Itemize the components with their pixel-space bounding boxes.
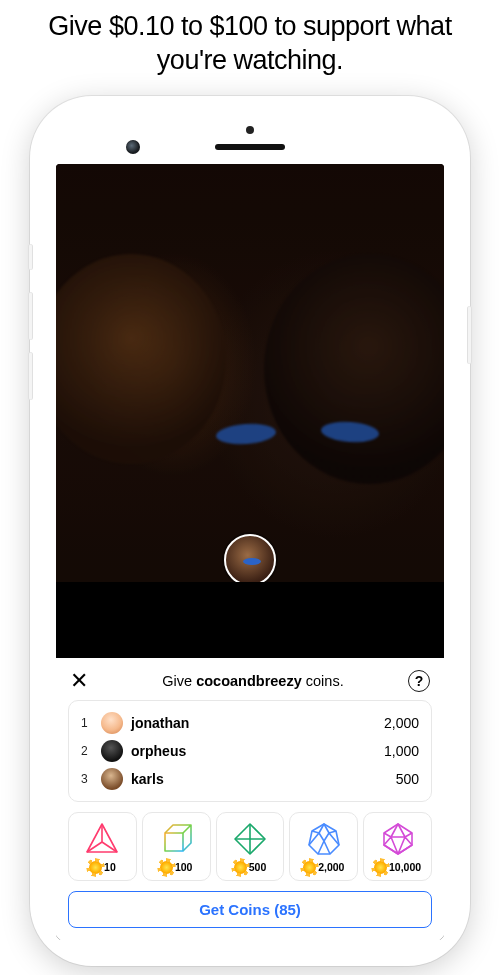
avatar [101,768,123,790]
coin-option-500[interactable]: 500 [216,812,285,881]
panel-title-suffix: coins. [302,673,344,689]
coin-option-2000[interactable]: 2,000 [289,812,358,881]
panel-title: Give cocoandbreezy coins. [98,673,408,689]
coin-amount: 100 [175,861,193,873]
close-icon[interactable]: ✕ [70,670,98,692]
coin-amount: 500 [249,861,267,873]
volume-down-button [28,352,33,400]
marketing-headline: Give $0.10 to $100 to support what you'r… [0,0,500,96]
get-coins-button[interactable]: Get Coins (85) [68,891,432,928]
front-camera-icon [126,140,140,154]
video-dim-overlay [56,164,444,582]
camera-dot-icon [246,126,254,134]
speaker-grille-icon [215,144,285,150]
video-content[interactable] [56,164,444,582]
coin-option-100[interactable]: 100 [142,812,211,881]
coins-panel: ✕ Give cocoandbreezy coins. ? 1 jonathan… [56,658,444,940]
leaderboard-name: orpheus [131,743,384,759]
coin-amount: 10,000 [389,861,421,873]
coin-option-10000[interactable]: 10,000 [363,812,432,881]
dodecahedron-icon [304,820,344,858]
coin-icon [374,861,387,874]
avatar [101,712,123,734]
coin-amount: 2,000 [318,861,344,873]
panel-title-prefix: Give [162,673,196,689]
leaderboard-row[interactable]: 1 jonathan 2,000 [81,709,419,737]
coin-icon [89,861,102,874]
leaderboard-rank: 1 [81,716,95,730]
avatar [101,740,123,762]
coin-icon [234,861,247,874]
help-icon[interactable]: ? [408,670,430,692]
phone-frame: ✕ Give cocoandbreezy coins. ? 1 jonathan… [30,96,470,966]
octahedron-icon [230,820,270,858]
leaderboard-coins: 2,000 [384,715,419,731]
phone-screen: ✕ Give cocoandbreezy coins. ? 1 jonathan… [56,164,444,940]
leaderboard-row[interactable]: 2 orpheus 1,000 [81,737,419,765]
volume-up-button [28,292,33,340]
creator-avatar[interactable] [224,534,276,582]
panel-header: ✕ Give cocoandbreezy coins. ? [66,668,434,700]
mute-switch [28,244,33,270]
leaderboard: 1 jonathan 2,000 2 orpheus 1,000 3 [68,700,432,802]
leaderboard-name: jonathan [131,715,384,731]
tetrahedron-icon [82,820,122,858]
panel-title-user: cocoandbreezy [196,673,302,689]
leaderboard-coins: 500 [396,771,419,787]
coin-options: 10 100 500 [68,812,432,881]
coin-amount: 10 [104,861,116,873]
power-button [467,306,472,364]
leaderboard-coins: 1,000 [384,743,419,759]
leaderboard-row[interactable]: 3 karls 500 [81,765,419,793]
leaderboard-rank: 3 [81,772,95,786]
icosahedron-icon [378,820,418,858]
leaderboard-rank: 2 [81,744,95,758]
coin-option-10[interactable]: 10 [68,812,137,881]
coin-icon [303,861,316,874]
coin-icon [160,861,173,874]
leaderboard-name: karls [131,771,396,787]
phone-sensor-bar [44,110,456,164]
cube-icon [156,820,196,858]
phone-body: ✕ Give cocoandbreezy coins. ? 1 jonathan… [44,110,456,952]
